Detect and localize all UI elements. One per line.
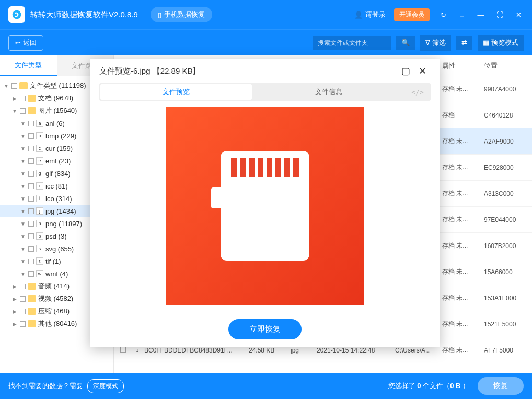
cell-attr: 存档 未...: [438, 189, 480, 198]
expand-icon[interactable]: ▼: [20, 208, 26, 214]
tree-label: 压缩 (468): [38, 307, 70, 316]
modal-close-icon[interactable]: ✕: [414, 63, 431, 79]
folder-icon: [28, 308, 36, 315]
filetype-icon: c: [36, 145, 43, 152]
tree-checkbox[interactable]: [28, 221, 34, 227]
expand-icon[interactable]: ▶: [11, 309, 18, 314]
menu-icon[interactable]: ≡: [457, 9, 467, 20]
cell-date: 2021-10-15 14:22:48: [313, 347, 391, 354]
search-button[interactable]: 🔍: [396, 36, 415, 50]
vip-button[interactable]: 开通会员: [394, 8, 430, 21]
expand-icon[interactable]: ▼: [20, 146, 26, 151]
filetype-icon: i: [36, 182, 43, 190]
search-input[interactable]: [313, 36, 391, 50]
close-icon[interactable]: ✕: [513, 9, 524, 20]
modal-tab-code[interactable]: </>: [404, 83, 431, 101]
tree-checkbox[interactable]: [28, 121, 34, 126]
expand-icon[interactable]: ▼: [20, 233, 26, 239]
expand-icon[interactable]: ▼: [20, 133, 26, 139]
tree-checkbox[interactable]: [20, 108, 26, 114]
app-logo: [8, 6, 25, 23]
tree-checkbox[interactable]: [20, 309, 26, 314]
expand-icon[interactable]: ▼: [20, 171, 26, 177]
cell-attr: 存档 未...: [438, 294, 480, 302]
row-checkbox[interactable]: [120, 347, 126, 353]
expand-icon[interactable]: ▶: [11, 96, 18, 101]
col-pos[interactable]: 位置: [480, 61, 532, 71]
filetype-icon: i: [36, 195, 43, 202]
tree-label: gif (834): [45, 170, 71, 178]
tab-file-type[interactable]: 文件类型: [0, 55, 57, 76]
phone-icon: ▯: [158, 11, 161, 19]
mobile-recovery-button[interactable]: ▯手机数据恢复: [151, 7, 212, 22]
expand-icon[interactable]: ▼: [20, 196, 26, 202]
preview-mode-button[interactable]: ▦预览模式: [478, 35, 524, 51]
cell-attr: 存档 未...: [438, 241, 480, 250]
back-button[interactable]: ⤺返回: [8, 35, 43, 51]
cell-pos: 15A66000: [480, 268, 532, 276]
sort-button[interactable]: ⇄: [456, 36, 472, 50]
filetype-icon: p: [36, 220, 43, 227]
tree-checkbox[interactable]: [20, 321, 26, 327]
footer-question: 找不到需要的数据？需要: [8, 381, 83, 391]
col-attr[interactable]: 属性: [438, 61, 480, 71]
filetype-icon: p: [36, 232, 43, 240]
modal-maximize-icon[interactable]: ▢: [397, 63, 414, 79]
tree-label: 文件类型 (111198): [30, 81, 86, 90]
modal-tab-info[interactable]: 文件信息: [253, 83, 404, 101]
expand-icon[interactable]: ▼: [20, 259, 26, 264]
filetype-icon: j: [36, 207, 43, 215]
tree-checkbox[interactable]: [28, 183, 34, 189]
cell-attr: 存档 未...: [438, 85, 480, 93]
cell-pos: A2AF9000: [480, 138, 532, 145]
cell-attr: 存档 未...: [438, 267, 480, 276]
filetype-icon: g: [36, 170, 43, 177]
tree-checkbox[interactable]: [20, 284, 26, 289]
expand-icon[interactable]: ▼: [20, 271, 26, 277]
expand-icon[interactable]: ▼: [20, 121, 26, 126]
tree-checkbox[interactable]: [28, 208, 34, 214]
filter-button[interactable]: ∇筛选: [420, 35, 451, 51]
expand-icon[interactable]: ▼: [20, 246, 26, 252]
filter-icon: ∇: [425, 39, 430, 46]
refresh-icon[interactable]: ↻: [438, 9, 448, 20]
expand-icon[interactable]: ▼: [20, 221, 26, 227]
maximize-icon[interactable]: ⛶: [494, 9, 505, 20]
expand-icon[interactable]: ▶: [11, 321, 18, 327]
tree-checkbox[interactable]: [20, 296, 26, 302]
tree-label: emf (23): [45, 157, 71, 165]
expand-icon[interactable]: ▼: [20, 183, 26, 189]
folder-icon: [28, 295, 36, 302]
tree-label: ani (6): [45, 120, 65, 127]
cell-attr: 存档 未...: [438, 163, 480, 172]
tree-checkbox[interactable]: [11, 83, 17, 89]
restore-now-button[interactable]: 立即恢复: [228, 319, 302, 339]
expand-icon[interactable]: ▼: [11, 108, 18, 114]
recover-button[interactable]: 恢复: [478, 377, 524, 395]
expand-icon[interactable]: ▶: [11, 284, 18, 289]
tree-checkbox[interactable]: [28, 233, 34, 239]
tree-checkbox[interactable]: [28, 271, 34, 277]
expand-icon[interactable]: ▼: [3, 83, 9, 89]
modal-tab-preview[interactable]: 文件预览: [100, 84, 252, 100]
cell-pos: AF7F5000: [480, 347, 532, 354]
tree-checkbox[interactable]: [28, 158, 34, 164]
tree-checkbox[interactable]: [28, 171, 34, 177]
cell-pos: 153A1F000: [480, 295, 532, 302]
tree-checkbox[interactable]: [28, 146, 34, 151]
tree-checkbox[interactable]: [28, 196, 34, 202]
tree-label: ico (314): [45, 195, 72, 203]
tree-label: cur (159): [45, 145, 73, 152]
tree-checkbox[interactable]: [20, 96, 26, 101]
filetype-icon: b: [36, 132, 43, 139]
expand-icon[interactable]: ▶: [11, 296, 18, 302]
tree-checkbox[interactable]: [28, 246, 34, 252]
login-link[interactable]: 👤请登录: [354, 10, 386, 19]
folder-icon: [28, 95, 36, 102]
deep-mode-button[interactable]: 深度模式: [87, 379, 124, 393]
tree-checkbox[interactable]: [28, 259, 34, 264]
minimize-icon[interactable]: —: [476, 9, 486, 20]
tree-checkbox[interactable]: [28, 133, 34, 139]
expand-icon[interactable]: ▼: [20, 158, 26, 164]
toolbar: ⤺返回 🔍 ∇筛选 ⇄ ▦预览模式: [0, 29, 532, 55]
